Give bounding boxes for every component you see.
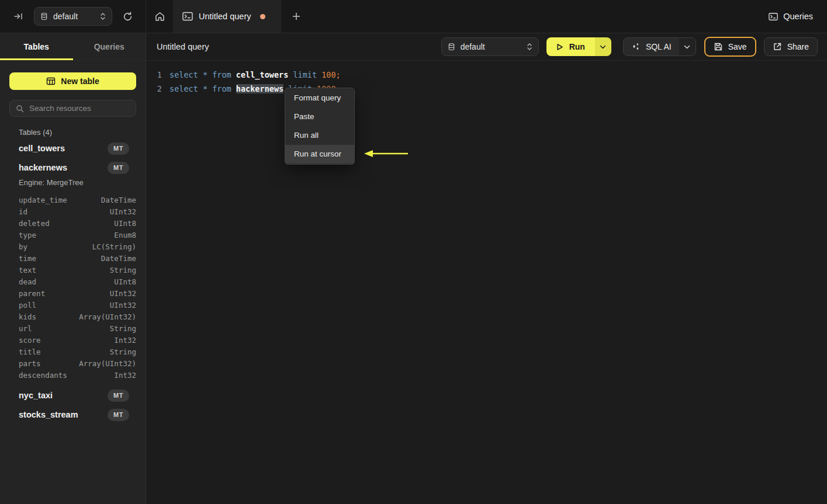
queries-button[interactable]: Queries [769, 12, 813, 21]
context-menu-item[interactable]: Run all [285, 126, 354, 145]
column-row: pollUInt32 [19, 299, 136, 311]
column-row: titleString [19, 346, 136, 357]
code-token [207, 70, 212, 79]
tables-list: cell_towersMThackernewsMTEngine: MergeTr… [9, 140, 136, 423]
column-name: title [19, 347, 41, 356]
tab-untitled-query[interactable]: Untitled query [173, 0, 281, 33]
column-name: descendants [19, 371, 67, 380]
editor-context-menu: Format queryPasteRun allRun at cursor [285, 88, 355, 165]
column-name: dead [19, 277, 36, 286]
play-icon [555, 43, 564, 51]
annotation-arrow-icon [364, 149, 409, 158]
home-button[interactable] [146, 0, 173, 33]
search-icon [16, 105, 24, 113]
sql-ai-label: SQL AI [646, 42, 672, 51]
column-name: by [19, 242, 27, 251]
column-row: idUInt32 [19, 206, 136, 217]
sql-ai-caret[interactable] [679, 38, 695, 55]
run-button-main[interactable]: Run [546, 37, 595, 56]
query-title: Untitled query [157, 42, 209, 51]
topbar: default [0, 0, 827, 33]
column-name: poll [19, 301, 36, 310]
new-tab-button[interactable] [288, 8, 305, 25]
sidebar-tab-queries[interactable]: Queries [73, 33, 146, 60]
column-row: deletedUInt8 [19, 217, 136, 229]
collapse-sidebar-button[interactable] [11, 8, 27, 25]
column-row: scoreInt32 [19, 334, 136, 346]
search-box[interactable] [9, 100, 136, 117]
code-token: 100; [321, 70, 341, 79]
column-type: String [110, 266, 136, 274]
column-type: Int32 [114, 336, 136, 345]
table-item[interactable]: stocks_streamMT [9, 406, 136, 423]
engine-badge: MT [108, 409, 129, 421]
column-type: DateTime [101, 196, 136, 204]
table-item[interactable]: nyc_taxiMT [9, 387, 136, 404]
table-item[interactable]: cell_towersMT [9, 140, 136, 157]
chevron-down-icon [684, 45, 690, 49]
code-token: limit [293, 70, 317, 79]
column-name: parent [19, 289, 45, 298]
code-token: cell_towers [236, 70, 288, 79]
column-row: kidsArray(UInt32) [19, 311, 136, 322]
sidebar-body: New table Tables (4) cell_towersMThacker… [0, 61, 146, 504]
query-database-selector[interactable]: default [441, 37, 539, 56]
table-name: nyc_taxi [19, 391, 53, 400]
context-menu-item[interactable]: Run at cursor [285, 145, 354, 164]
code-token [231, 70, 236, 79]
query-toolbar: Untitled query default [146, 33, 827, 61]
refresh-button[interactable] [119, 8, 136, 25]
database-selector-value: default [53, 12, 78, 21]
column-type: Int32 [114, 371, 136, 380]
queries-button-label: Queries [783, 12, 813, 21]
save-icon [714, 42, 723, 51]
code-token: select [169, 70, 198, 79]
terminal-icon [769, 12, 778, 21]
database-selector[interactable]: default [34, 7, 112, 26]
chevron-down-icon [600, 45, 606, 49]
code-token: * [203, 84, 207, 93]
database-icon [448, 43, 455, 51]
column-type: String [110, 324, 136, 333]
code-token [231, 84, 236, 93]
tables-section-label: Tables (4) [9, 127, 136, 138]
column-row: descendantsInt32 [19, 369, 136, 381]
columns-list: update_timeDateTimeidUInt32deletedUInt8t… [9, 194, 136, 381]
table-name: hackernews [19, 163, 67, 172]
code-token [207, 84, 212, 93]
code-text: select * from cell_towers limit 100; [162, 68, 341, 82]
code-line: 2select * from hackernews limit 1000 [146, 82, 827, 96]
sql-ai-main[interactable]: SQL AI [624, 38, 679, 55]
sidebar-tab-tables[interactable]: Tables [0, 33, 73, 60]
search-input[interactable] [29, 104, 130, 113]
column-row: typeEnum8 [19, 229, 136, 241]
column-type: Array(UInt32) [79, 312, 136, 321]
sql-console-app: default [0, 0, 827, 504]
column-row: deadUInt8 [19, 276, 136, 287]
table-name: stocks_stream [19, 410, 78, 419]
database-icon [40, 12, 48, 20]
sidebar: Tables Queries New table [0, 33, 146, 504]
column-name: score [19, 336, 41, 345]
share-button[interactable]: Share [764, 37, 818, 56]
chevron-updown-icon [527, 43, 532, 51]
code-token [317, 70, 321, 79]
run-button[interactable]: Run [546, 37, 611, 56]
table-item[interactable]: hackernewsMT [9, 159, 136, 176]
run-options-caret[interactable] [595, 37, 611, 56]
column-name: time [19, 254, 36, 263]
sidebar-tabs: Tables Queries [0, 33, 146, 61]
save-button[interactable]: Save [704, 37, 756, 57]
sql-ai-button[interactable]: SQL AI [623, 37, 696, 56]
collapse-sidebar-icon [13, 12, 24, 21]
column-name: text [19, 266, 36, 274]
sql-editor[interactable]: 1select * from cell_towers limit 100;2se… [146, 61, 827, 96]
context-menu-item[interactable]: Format query [285, 89, 354, 107]
content: Untitled query default [146, 33, 827, 504]
context-menu-item[interactable]: Paste [285, 107, 354, 126]
column-name: update_time [19, 196, 67, 204]
new-table-button[interactable]: New table [9, 72, 136, 90]
refresh-icon [122, 11, 133, 22]
plus-icon [292, 12, 301, 21]
code-token: from [212, 70, 231, 79]
